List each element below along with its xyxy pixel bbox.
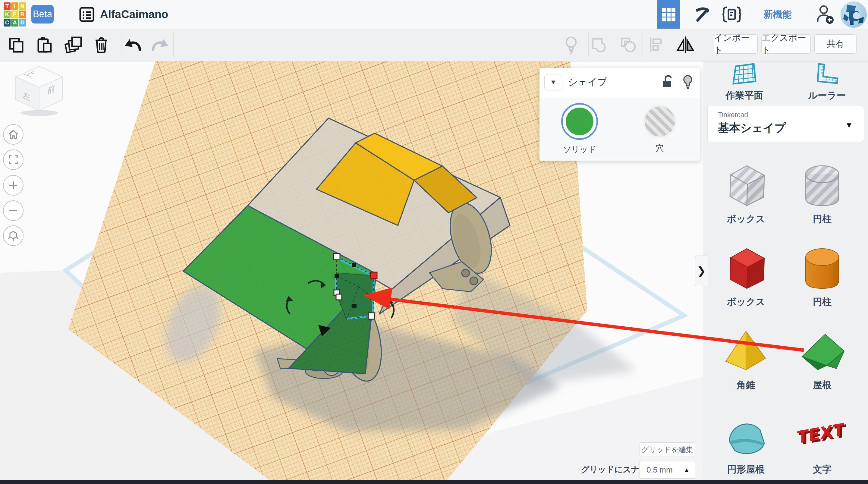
solid-option-label: ソリッド: [563, 144, 596, 155]
duplicate-button[interactable]: [60, 29, 87, 61]
show-all-button[interactable]: [557, 29, 585, 61]
edit-toolbar: インポート エクスポート 共有: [0, 29, 868, 61]
ungroup-icon: [619, 36, 638, 54]
logo-tile: E: [11, 10, 18, 18]
snap-grid-dropdown[interactable]: 0.5 mm ▲: [640, 461, 695, 479]
shape-inspector-panel: ▼ シェイプ ソリッド 穴: [539, 68, 700, 161]
unlock-icon[interactable]: [661, 74, 675, 90]
hole-cylinder-icon: [797, 160, 848, 211]
export-button[interactable]: エクスポート: [761, 34, 811, 54]
red-box-icon: [720, 243, 772, 294]
panel-title: シェイプ: [568, 75, 661, 89]
avatar[interactable]: [841, 1, 867, 28]
library-brand: Tinkercad: [718, 111, 748, 119]
add-person-icon: [815, 4, 835, 25]
tinkercad-app: T I N K E R C A D Beta AlfaCaimano: [0, 0, 868, 484]
logo-tile: C: [4, 19, 10, 27]
invite-button[interactable]: [811, 0, 838, 29]
shape-tile-roof[interactable]: 屋根: [784, 326, 860, 401]
view-cube[interactable]: 上 左 前: [9, 65, 69, 118]
library-name: 基本シェイプ: [718, 121, 786, 135]
workplane-tool-label: 作業平面: [726, 89, 763, 102]
edit-grid-button[interactable]: グリッドを編集: [640, 443, 695, 457]
pickaxe-icon: [692, 5, 711, 24]
tinker-button[interactable]: [687, 0, 716, 29]
hole-option[interactable]: 穴: [620, 97, 700, 161]
fit-view-icon: [8, 155, 19, 165]
paste-icon: [35, 36, 53, 54]
import-button[interactable]: インポート: [714, 34, 758, 54]
grid-icon: [661, 7, 676, 22]
shape-label: 角錐: [737, 379, 755, 391]
shape-label: 円柱: [813, 213, 832, 225]
perspective-toggle-button[interactable]: [3, 225, 24, 246]
ruler-icon: [814, 62, 840, 87]
orange-cylinder-icon: [797, 243, 848, 294]
hole-swatch: [643, 104, 677, 138]
redo-button[interactable]: [147, 29, 174, 61]
pyramid-icon: [720, 326, 772, 377]
header-bar: T I N K E R C A D Beta AlfaCaimano: [0, 0, 868, 29]
shape-tile-hole-cylinder[interactable]: 円柱: [784, 160, 860, 235]
fit-view-button[interactable]: [3, 149, 24, 170]
undo-button[interactable]: [119, 29, 147, 61]
delete-button[interactable]: [87, 29, 115, 61]
workplane-tool[interactable]: 作業平面: [703, 61, 786, 103]
toolbar-divider: [173, 33, 174, 57]
workplane-icon: [732, 62, 757, 87]
lightbulb-icon: [564, 36, 579, 54]
perspective-icon: [7, 230, 19, 241]
shape-label: 円柱: [813, 296, 832, 308]
header-divider: [747, 5, 747, 24]
sidebar-collapse-button[interactable]: ❯: [695, 255, 708, 286]
ungroup-button[interactable]: [615, 29, 642, 61]
shape-label: 文字: [813, 463, 832, 476]
beta-badge[interactable]: Beta: [31, 5, 54, 24]
panel-collapse-button[interactable]: ▼: [544, 74, 562, 90]
copy-button[interactable]: [2, 29, 30, 61]
group-icon: [589, 36, 607, 54]
shape-tile-hole-box[interactable]: ボックス: [708, 160, 784, 235]
mirror-button[interactable]: [672, 29, 699, 61]
mirror-icon: [676, 36, 695, 54]
logo-tile: I: [11, 2, 18, 10]
hole-option-label: 穴: [656, 143, 664, 153]
logo-tile: K: [4, 10, 10, 18]
dashboard-button[interactable]: [657, 0, 680, 29]
visibility-lightbulb-icon[interactable]: [682, 74, 693, 90]
home-view-button[interactable]: [3, 124, 24, 145]
share-button[interactable]: 共有: [814, 34, 857, 54]
shape-label: 屋根: [813, 379, 832, 391]
trash-icon: [93, 36, 110, 54]
duplicate-icon: [64, 36, 83, 54]
height-handle-red[interactable]: [370, 272, 377, 279]
shape-tile-orange-cylinder[interactable]: 円柱: [784, 243, 860, 318]
chevron-up-icon: ▲: [684, 467, 689, 473]
logo-tile: T: [4, 2, 10, 10]
codeblocks-icon: [721, 5, 742, 24]
tinkercad-logo[interactable]: T I N K E R C A D: [4, 2, 26, 27]
zoom-in-button[interactable]: [3, 175, 24, 195]
plus-icon: [8, 180, 19, 190]
shape-tile-text[interactable]: TEXT TEXT 文字: [784, 410, 860, 484]
group-button[interactable]: [584, 29, 612, 61]
copy-icon: [7, 36, 25, 54]
shape-label: ボックス: [727, 213, 765, 225]
logo-tile: N: [19, 2, 26, 10]
shape-tile-round-roof[interactable]: 円形屋根: [708, 410, 784, 484]
shape-label: ボックス: [727, 296, 765, 308]
paste-button[interactable]: [30, 29, 58, 61]
logo-tile: A: [11, 19, 18, 27]
solid-option[interactable]: ソリッド: [539, 97, 620, 161]
shape-tile-pyramid[interactable]: 角錐: [708, 326, 784, 401]
shape-library-dropdown[interactable]: Tinkercad 基本シェイプ ▼: [707, 106, 864, 142]
bottom-strip: [0, 480, 868, 484]
zoom-out-button[interactable]: [3, 201, 24, 221]
codeblocks-button[interactable]: [717, 0, 746, 29]
design-properties-button[interactable]: [72, 0, 101, 29]
ruler-tool[interactable]: ルーラー: [786, 61, 868, 103]
new-features-link[interactable]: 新機能: [753, 0, 802, 29]
shape-tile-red-box[interactable]: ボックス: [708, 243, 784, 318]
align-button[interactable]: [643, 29, 670, 61]
design-title[interactable]: AlfaCaimano: [100, 0, 168, 29]
